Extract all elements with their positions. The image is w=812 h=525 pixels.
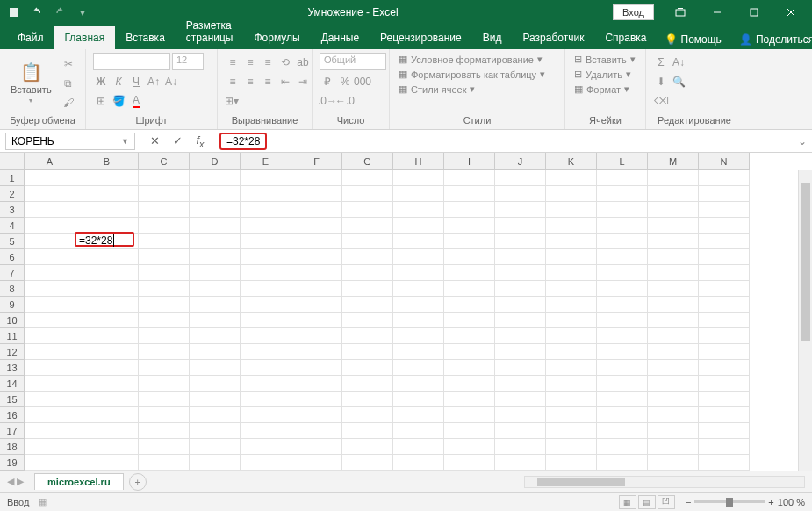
cell[interactable] — [546, 392, 597, 407]
cell[interactable] — [75, 202, 139, 218]
column-header[interactable]: D — [190, 153, 241, 170]
cell[interactable] — [444, 186, 495, 202]
cell[interactable] — [25, 376, 75, 392]
cell[interactable] — [25, 407, 75, 423]
zoom-level[interactable]: 100 % — [778, 497, 805, 507]
cell[interactable] — [342, 202, 393, 218]
cell[interactable] — [444, 218, 495, 234]
autosum-icon[interactable]: Σ — [653, 54, 669, 70]
cell[interactable] — [495, 202, 546, 218]
cells-area[interactable] — [25, 170, 750, 471]
cell[interactable] — [291, 360, 342, 376]
cell[interactable] — [495, 344, 546, 360]
cell[interactable] — [546, 407, 597, 423]
cell[interactable] — [139, 265, 190, 281]
cell[interactable] — [648, 423, 699, 439]
align-left-icon[interactable]: ≡ — [225, 74, 241, 90]
cell[interactable] — [699, 407, 750, 423]
cell[interactable] — [75, 455, 139, 471]
zoom-slider[interactable] — [694, 500, 765, 503]
cell[interactable] — [342, 249, 393, 265]
cell[interactable] — [75, 439, 139, 455]
cell[interactable] — [597, 265, 648, 281]
save-icon[interactable] — [4, 3, 25, 22]
tab-data[interactable]: Данные — [311, 26, 370, 49]
cell[interactable] — [393, 297, 444, 313]
cell[interactable] — [444, 344, 495, 360]
cell[interactable] — [342, 439, 393, 455]
cell[interactable] — [190, 234, 241, 249]
cell[interactable] — [25, 186, 75, 202]
cell[interactable] — [444, 265, 495, 281]
cell[interactable] — [495, 439, 546, 455]
cell[interactable] — [25, 297, 75, 313]
cell[interactable] — [546, 281, 597, 297]
row-header[interactable]: 19 — [0, 455, 25, 471]
cell[interactable] — [241, 297, 291, 313]
undo-icon[interactable] — [26, 3, 47, 22]
cell[interactable] — [597, 202, 648, 218]
cell[interactable] — [291, 344, 342, 360]
cell[interactable] — [342, 297, 393, 313]
cell[interactable] — [648, 392, 699, 407]
cell[interactable] — [393, 376, 444, 392]
cell[interactable] — [75, 170, 139, 186]
cell[interactable] — [546, 297, 597, 313]
cell[interactable] — [139, 281, 190, 297]
cell[interactable] — [241, 170, 291, 186]
cell[interactable] — [139, 218, 190, 234]
cell[interactable] — [342, 281, 393, 297]
cell[interactable] — [75, 392, 139, 407]
tell-me-button[interactable]: 💡Помощь — [658, 30, 729, 49]
cell[interactable] — [241, 218, 291, 234]
cell[interactable] — [648, 186, 699, 202]
cell[interactable] — [25, 249, 75, 265]
align-bottom-icon[interactable]: ≡ — [260, 54, 276, 70]
cell[interactable] — [75, 186, 139, 202]
cell[interactable] — [648, 265, 699, 281]
cell[interactable] — [25, 360, 75, 376]
cell[interactable] — [546, 423, 597, 439]
cell[interactable] — [648, 439, 699, 455]
cell[interactable] — [597, 186, 648, 202]
vertical-scrollbar[interactable] — [798, 170, 812, 471]
number-format-combo[interactable]: Общий — [320, 53, 386, 70]
cell[interactable] — [444, 407, 495, 423]
cell[interactable] — [546, 360, 597, 376]
cell[interactable] — [444, 439, 495, 455]
cell[interactable] — [291, 297, 342, 313]
cell[interactable] — [699, 281, 750, 297]
format-painter-icon[interactable]: 🖌 — [61, 95, 76, 111]
cell[interactable] — [546, 218, 597, 234]
cell[interactable] — [291, 218, 342, 234]
scrollbar-thumb[interactable] — [801, 183, 810, 341]
cell[interactable] — [393, 392, 444, 407]
cell[interactable] — [495, 423, 546, 439]
cell[interactable] — [546, 344, 597, 360]
cell-styles-button[interactable]: ▦Стили ячеек ▾ — [397, 83, 477, 96]
cell[interactable] — [546, 455, 597, 471]
cell[interactable] — [25, 455, 75, 471]
cell[interactable] — [597, 376, 648, 392]
cell[interactable] — [393, 439, 444, 455]
sort-filter-icon[interactable]: A↓ — [671, 54, 686, 70]
conditional-formatting-button[interactable]: ▦Условное форматирование ▾ — [397, 53, 544, 66]
cell[interactable] — [495, 328, 546, 344]
increase-font-icon[interactable]: A↑ — [146, 74, 162, 90]
cell[interactable] — [190, 392, 241, 407]
slider-handle[interactable] — [726, 498, 733, 507]
cell[interactable] — [546, 202, 597, 218]
cell[interactable] — [342, 376, 393, 392]
cell[interactable] — [25, 328, 75, 344]
cell[interactable] — [342, 328, 393, 344]
ribbon-options-icon[interactable] — [663, 0, 698, 25]
view-page-layout-icon[interactable]: ▤ — [638, 495, 656, 509]
cell[interactable] — [699, 344, 750, 360]
cell[interactable] — [139, 249, 190, 265]
minimize-icon[interactable] — [700, 0, 735, 25]
tab-view[interactable]: Вид — [472, 26, 513, 49]
tab-review[interactable]: Рецензирование — [370, 26, 472, 49]
cell[interactable] — [190, 170, 241, 186]
cell[interactable] — [597, 360, 648, 376]
tab-file[interactable]: Файл — [7, 26, 54, 49]
